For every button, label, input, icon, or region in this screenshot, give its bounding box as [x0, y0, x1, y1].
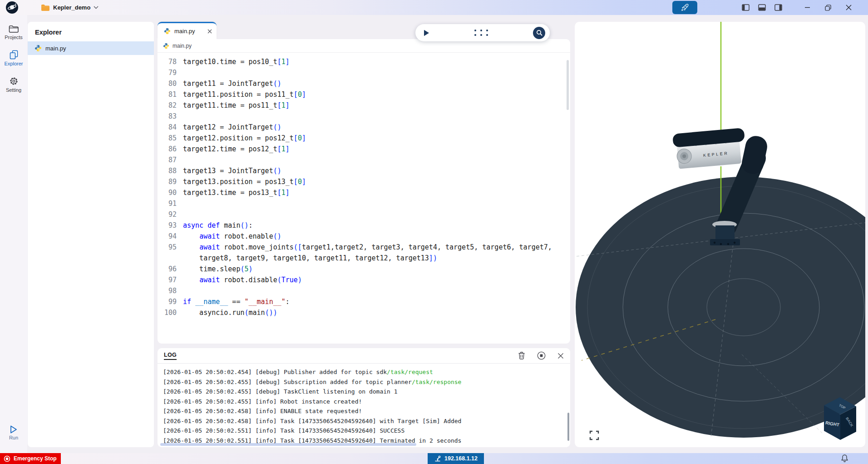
- code-line: 94 await robot.enable(): [158, 231, 570, 242]
- toggle-right-panel-icon[interactable]: [774, 4, 782, 11]
- code-line: target8, target9, target10, target11, ta…: [158, 253, 570, 264]
- launch-rocket-button[interactable]: [672, 1, 697, 14]
- close-log-icon[interactable]: [557, 353, 564, 359]
- emergency-stop-icon: [4, 455, 10, 462]
- log-horizontal-scrollbar[interactable]: [160, 443, 416, 446]
- code-line: 87: [158, 155, 570, 165]
- sidebar-item-projects[interactable]: Projects: [0, 25, 27, 40]
- toggle-left-panel-icon[interactable]: [742, 4, 750, 11]
- activity-rail: Projects Explorer Setting Run: [0, 15, 27, 453]
- close-icon[interactable]: [846, 5, 852, 10]
- code-line: 79: [158, 67, 570, 78]
- tab-label: main.py: [174, 28, 204, 35]
- log-line: [2026-01-05 20:50:02.455] [info] Robot i…: [163, 397, 565, 407]
- chevron-down-icon: [94, 6, 99, 9]
- toggle-bottom-panel-icon[interactable]: [758, 4, 766, 11]
- explorer-header: Explorer: [28, 22, 154, 41]
- sidebar-item-label: Explorer: [5, 61, 23, 66]
- notifications-bell-icon[interactable]: [840, 454, 849, 464]
- project-name: Kepler_demo: [53, 4, 90, 11]
- sidebar-item-label: Projects: [5, 35, 23, 40]
- code-line: 98: [158, 285, 570, 296]
- log-line: [2026-01-05 20:50:02.458] [info] Task [1…: [163, 416, 565, 426]
- code-line: 82target11.time = pos11_t[1]: [158, 100, 570, 111]
- tab-close-icon[interactable]: [207, 29, 212, 34]
- code-line: 92: [158, 209, 570, 220]
- code-line: 80target11 = JointTarget(): [158, 78, 570, 89]
- run-button[interactable]: Run: [0, 425, 27, 440]
- stop-record-icon[interactable]: [537, 351, 546, 360]
- title-bar: Kepler_demo: [0, 0, 868, 15]
- code-line: 84target12 = JointTarget(): [158, 122, 570, 133]
- settings-gear-icon: [9, 76, 19, 86]
- log-line: [2026-01-05 20:50:02.454] [debug] Publis…: [163, 367, 565, 377]
- log-vertical-scrollbar[interactable]: [567, 413, 569, 441]
- tab-mainpy[interactable]: main.py: [158, 22, 217, 39]
- robot-connection-badge[interactable]: 192.168.1.12: [428, 453, 484, 464]
- code-line: 83: [158, 111, 570, 122]
- code-line: 86target12.time = pos12_t[1]: [158, 144, 570, 155]
- python-file-icon: [163, 43, 169, 49]
- minimize-icon[interactable]: [804, 5, 810, 10]
- sidebar-item-label: Setting: [6, 87, 21, 93]
- code-line: 90target13.time = pos13_t[1]: [158, 187, 570, 198]
- run-label: Run: [9, 435, 18, 440]
- log-line: [2026-01-05 20:50:02.455] [debug] TaskCl…: [163, 387, 565, 397]
- floating-toolbar: [415, 24, 550, 41]
- code-line: 85target12.position = pos12_t[0]: [158, 133, 570, 144]
- log-tab[interactable]: LOG: [164, 352, 177, 360]
- drag-handle-dots-icon[interactable]: [474, 30, 488, 36]
- emergency-stop-label: Emergency Stop: [14, 455, 57, 462]
- fullscreen-icon[interactable]: [589, 430, 600, 441]
- code-editor[interactable]: main.py 78target10.time = pos10_t[1]79 8…: [158, 39, 570, 344]
- status-bar: Emergency Stop 192.168.1.12: [0, 453, 868, 464]
- app-logo-saturn-icon: [5, 1, 19, 14]
- emergency-stop-button[interactable]: Emergency Stop: [0, 453, 61, 464]
- log-line: [2026-01-05 20:50:02.458] [info] ENABLE …: [163, 406, 565, 416]
- log-header: LOG: [158, 348, 570, 364]
- trash-icon[interactable]: [518, 352, 525, 359]
- project-selector[interactable]: Kepler_demo: [41, 0, 99, 15]
- view-cube[interactable]: RIGHT TOP BACK: [824, 397, 856, 440]
- rocket-icon: [681, 3, 689, 12]
- log-line: [2026-01-05 20:50:02.455] [debug] Subscr…: [163, 377, 565, 387]
- ip-address: 192.168.1.12: [444, 455, 478, 462]
- log-line: [2026-01-05 20:50:02.551] [info] Task [1…: [163, 426, 565, 436]
- log-panel: LOG [2026-01-05 20:50:02.454] [debug] Pu…: [158, 348, 570, 447]
- sidebar-item-explorer[interactable]: Explorer: [0, 50, 27, 66]
- restore-icon[interactable]: [825, 5, 831, 11]
- explorer-pages-icon: [9, 50, 19, 60]
- code-line: 93async def main():: [158, 220, 570, 231]
- code-line: 89target13.position = pos13_t[0]: [158, 176, 570, 187]
- layout-toggle-group: [742, 0, 782, 15]
- robot-arm-icon: [434, 455, 441, 462]
- folder-icon: [41, 4, 50, 11]
- log-line: [2026-01-05 20:50:02.551] [info] Task [1…: [163, 436, 565, 444]
- code-lines: 78target10.time = pos10_t[1]79 80target1…: [158, 53, 570, 318]
- sidebar-item-setting[interactable]: Setting: [0, 76, 27, 93]
- code-line: 91: [158, 198, 570, 209]
- code-line: 96 time.sleep(5): [158, 264, 570, 274]
- code-line: 95 await robot.move_joints([target1,targ…: [158, 242, 570, 253]
- code-line: 99if __name__ == "__main__":: [158, 296, 570, 307]
- code-line: 78target10.time = pos10_t[1]: [158, 56, 570, 67]
- search-icon[interactable]: [533, 27, 545, 39]
- simulation-viewport[interactable]: KEPLER RIGHT TOP BACK: [575, 22, 865, 447]
- code-line: 100 asyncio.run(main()): [158, 307, 570, 318]
- python-file-icon: [164, 28, 171, 35]
- code-line: 88target13 = JointTarget(): [158, 165, 570, 176]
- run-play-icon: [10, 425, 18, 434]
- play-icon[interactable]: [424, 30, 429, 36]
- file-item-mainpy[interactable]: main.py: [28, 41, 154, 55]
- python-file-icon: [35, 45, 42, 52]
- editor-vertical-scrollbar[interactable]: [567, 60, 569, 110]
- explorer-panel: Explorer main.py: [28, 22, 154, 447]
- window-controls: [804, 0, 852, 15]
- log-output[interactable]: [2026-01-05 20:50:02.454] [debug] Publis…: [158, 364, 570, 444]
- breadcrumb-file: main.py: [173, 43, 192, 49]
- projects-folder-icon: [9, 25, 19, 33]
- 3d-scene: KEPLER RIGHT TOP BACK: [575, 22, 865, 447]
- file-name: main.py: [45, 45, 66, 52]
- editor-area: main.py main.py 78target10.time = pos10_…: [158, 22, 570, 344]
- code-line: 81target11.position = pos11_t[0]: [158, 89, 570, 100]
